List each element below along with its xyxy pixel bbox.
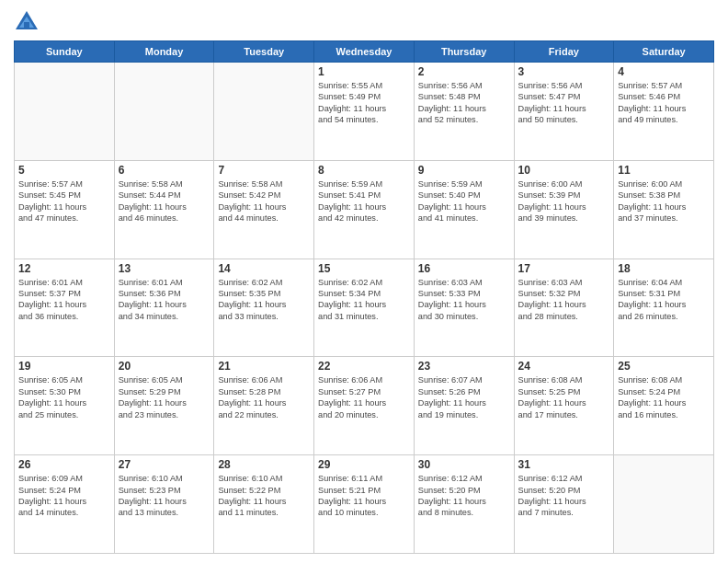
day-info: Sunrise: 6:00 AM Sunset: 5:39 PM Dayligh…: [518, 178, 610, 224]
day-info: Sunrise: 5:57 AM Sunset: 5:46 PM Dayligh…: [618, 80, 710, 126]
day-number: 8: [318, 164, 410, 177]
calendar-cell: 22Sunrise: 6:06 AM Sunset: 5:27 PM Dayli…: [314, 357, 415, 455]
weekday-header-tuesday: Tuesday: [214, 41, 314, 63]
day-info: Sunrise: 5:59 AM Sunset: 5:40 PM Dayligh…: [418, 178, 510, 224]
day-number: 18: [618, 262, 710, 275]
day-info: Sunrise: 5:59 AM Sunset: 5:41 PM Dayligh…: [318, 178, 410, 224]
day-number: 28: [218, 458, 310, 471]
week-row-2: 12Sunrise: 6:01 AM Sunset: 5:37 PM Dayli…: [15, 259, 714, 357]
day-number: 1: [318, 65, 410, 78]
logo-icon: [14, 9, 40, 35]
calendar-cell: 4Sunrise: 5:57 AM Sunset: 5:46 PM Daylig…: [614, 63, 714, 161]
day-number: 6: [119, 164, 210, 177]
day-number: 24: [518, 360, 610, 373]
day-info: Sunrise: 6:01 AM Sunset: 5:37 PM Dayligh…: [18, 277, 110, 323]
calendar-cell: [114, 63, 214, 161]
day-info: Sunrise: 6:12 AM Sunset: 5:20 PM Dayligh…: [518, 473, 610, 519]
week-row-1: 5Sunrise: 5:57 AM Sunset: 5:45 PM Daylig…: [15, 160, 714, 259]
day-number: 17: [518, 262, 610, 275]
calendar-cell: 27Sunrise: 6:10 AM Sunset: 5:23 PM Dayli…: [114, 455, 214, 554]
day-info: Sunrise: 6:10 AM Sunset: 5:23 PM Dayligh…: [119, 473, 210, 519]
day-info: Sunrise: 6:06 AM Sunset: 5:28 PM Dayligh…: [218, 374, 310, 420]
day-info: Sunrise: 5:58 AM Sunset: 5:44 PM Dayligh…: [119, 178, 210, 224]
calendar-cell: 16Sunrise: 6:03 AM Sunset: 5:33 PM Dayli…: [414, 259, 514, 357]
day-info: Sunrise: 6:02 AM Sunset: 5:34 PM Dayligh…: [318, 277, 410, 323]
weekday-header-sunday: Sunday: [15, 41, 115, 63]
day-info: Sunrise: 6:05 AM Sunset: 5:29 PM Dayligh…: [119, 374, 210, 420]
calendar-table: SundayMondayTuesdayWednesdayThursdayFrid…: [14, 40, 714, 554]
day-info: Sunrise: 6:10 AM Sunset: 5:22 PM Dayligh…: [218, 473, 310, 519]
calendar-cell: 13Sunrise: 6:01 AM Sunset: 5:36 PM Dayli…: [114, 259, 214, 357]
day-number: 16: [418, 262, 510, 275]
day-number: 27: [119, 458, 210, 471]
calendar-cell: 26Sunrise: 6:09 AM Sunset: 5:24 PM Dayli…: [15, 455, 115, 554]
day-number: 20: [119, 360, 210, 373]
day-info: Sunrise: 6:04 AM Sunset: 5:31 PM Dayligh…: [618, 277, 710, 323]
calendar-cell: 8Sunrise: 5:59 AM Sunset: 5:41 PM Daylig…: [314, 160, 415, 259]
week-row-3: 19Sunrise: 6:05 AM Sunset: 5:30 PM Dayli…: [15, 357, 714, 455]
calendar-cell: 28Sunrise: 6:10 AM Sunset: 5:22 PM Dayli…: [214, 455, 314, 554]
calendar-cell: 2Sunrise: 5:56 AM Sunset: 5:48 PM Daylig…: [414, 63, 514, 161]
weekday-header-row: SundayMondayTuesdayWednesdayThursdayFrid…: [15, 41, 714, 63]
calendar-cell: 29Sunrise: 6:11 AM Sunset: 5:21 PM Dayli…: [314, 455, 415, 554]
day-number: 3: [518, 65, 610, 78]
day-info: Sunrise: 6:12 AM Sunset: 5:20 PM Dayligh…: [418, 473, 510, 519]
calendar-cell: 6Sunrise: 5:58 AM Sunset: 5:44 PM Daylig…: [114, 160, 214, 259]
weekday-header-monday: Monday: [114, 41, 214, 63]
calendar-cell: 12Sunrise: 6:01 AM Sunset: 5:37 PM Dayli…: [15, 259, 115, 357]
calendar-cell: [214, 63, 314, 161]
day-info: Sunrise: 6:07 AM Sunset: 5:26 PM Dayligh…: [418, 374, 510, 420]
calendar-cell: 20Sunrise: 6:05 AM Sunset: 5:29 PM Dayli…: [114, 357, 214, 455]
day-info: Sunrise: 6:03 AM Sunset: 5:32 PM Dayligh…: [518, 277, 610, 323]
day-number: 21: [218, 360, 310, 373]
day-number: 14: [218, 262, 310, 275]
calendar-cell: 30Sunrise: 6:12 AM Sunset: 5:20 PM Dayli…: [414, 455, 514, 554]
day-number: 2: [418, 65, 510, 78]
weekday-header-friday: Friday: [514, 41, 614, 63]
calendar-cell: 24Sunrise: 6:08 AM Sunset: 5:25 PM Dayli…: [514, 357, 614, 455]
calendar-cell: 19Sunrise: 6:05 AM Sunset: 5:30 PM Dayli…: [15, 357, 115, 455]
day-info: Sunrise: 6:06 AM Sunset: 5:27 PM Dayligh…: [318, 374, 410, 420]
calendar-cell: 9Sunrise: 5:59 AM Sunset: 5:40 PM Daylig…: [414, 160, 514, 259]
calendar-cell: 7Sunrise: 5:58 AM Sunset: 5:42 PM Daylig…: [214, 160, 314, 259]
calendar-cell: 31Sunrise: 6:12 AM Sunset: 5:20 PM Dayli…: [514, 455, 614, 554]
day-number: 15: [318, 262, 410, 275]
logo: [14, 9, 43, 35]
day-info: Sunrise: 6:01 AM Sunset: 5:36 PM Dayligh…: [119, 277, 210, 323]
day-number: 23: [418, 360, 510, 373]
day-info: Sunrise: 5:56 AM Sunset: 5:48 PM Dayligh…: [418, 80, 510, 126]
weekday-header-thursday: Thursday: [414, 41, 514, 63]
calendar-cell: [15, 63, 115, 161]
day-info: Sunrise: 6:02 AM Sunset: 5:35 PM Dayligh…: [218, 277, 310, 323]
svg-rect-2: [24, 22, 29, 29]
calendar-cell: 25Sunrise: 6:08 AM Sunset: 5:24 PM Dayli…: [614, 357, 714, 455]
week-row-0: 1Sunrise: 5:55 AM Sunset: 5:49 PM Daylig…: [15, 63, 714, 161]
calendar-cell: 17Sunrise: 6:03 AM Sunset: 5:32 PM Dayli…: [514, 259, 614, 357]
day-number: 12: [18, 262, 110, 275]
day-number: 10: [518, 164, 610, 177]
calendar-cell: 3Sunrise: 5:56 AM Sunset: 5:47 PM Daylig…: [514, 63, 614, 161]
day-number: 13: [119, 262, 210, 275]
day-info: Sunrise: 5:57 AM Sunset: 5:45 PM Dayligh…: [18, 178, 110, 224]
day-number: 22: [318, 360, 410, 373]
day-number: 30: [418, 458, 510, 471]
day-number: 19: [18, 360, 110, 373]
day-info: Sunrise: 6:08 AM Sunset: 5:25 PM Dayligh…: [518, 374, 610, 420]
calendar-cell: 14Sunrise: 6:02 AM Sunset: 5:35 PM Dayli…: [214, 259, 314, 357]
calendar-cell: 5Sunrise: 5:57 AM Sunset: 5:45 PM Daylig…: [15, 160, 115, 259]
day-info: Sunrise: 6:00 AM Sunset: 5:38 PM Dayligh…: [618, 178, 710, 224]
calendar-cell: 10Sunrise: 6:00 AM Sunset: 5:39 PM Dayli…: [514, 160, 614, 259]
day-info: Sunrise: 6:09 AM Sunset: 5:24 PM Dayligh…: [18, 473, 110, 519]
day-info: Sunrise: 5:56 AM Sunset: 5:47 PM Dayligh…: [518, 80, 610, 126]
day-number: 26: [18, 458, 110, 471]
calendar-cell: 21Sunrise: 6:06 AM Sunset: 5:28 PM Dayli…: [214, 357, 314, 455]
day-number: 31: [518, 458, 610, 471]
day-number: 29: [318, 458, 410, 471]
calendar-cell: 11Sunrise: 6:00 AM Sunset: 5:38 PM Dayli…: [614, 160, 714, 259]
day-info: Sunrise: 5:55 AM Sunset: 5:49 PM Dayligh…: [318, 80, 410, 126]
calendar-cell: [614, 455, 714, 554]
day-info: Sunrise: 6:11 AM Sunset: 5:21 PM Dayligh…: [318, 473, 410, 519]
day-number: 7: [218, 164, 310, 177]
weekday-header-saturday: Saturday: [614, 41, 714, 63]
day-number: 5: [18, 164, 110, 177]
